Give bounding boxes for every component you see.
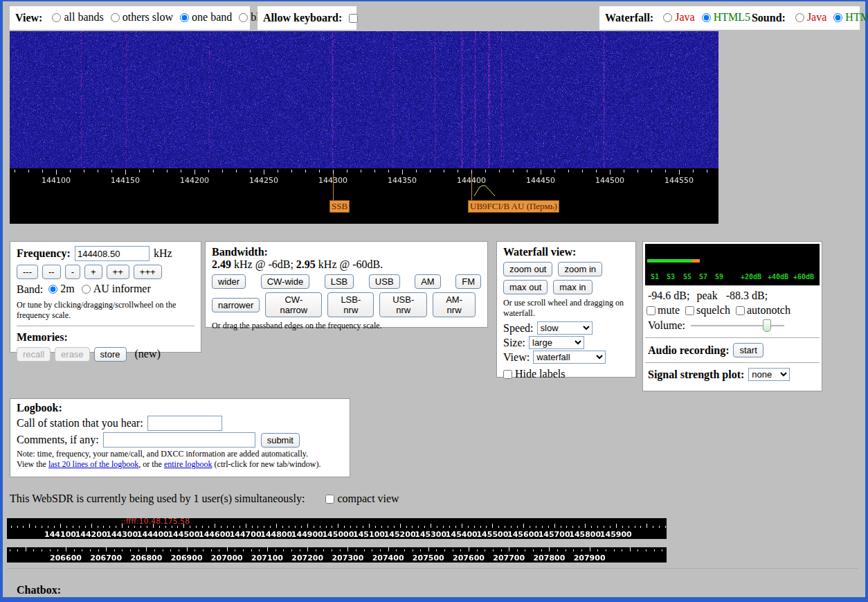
view-label: View: bbox=[15, 12, 42, 24]
s-meter-label-s1: S1 bbox=[651, 273, 659, 281]
waterfall-mode-option-html5[interactable]: HTML5 bbox=[696, 11, 750, 24]
view-mid-text: , or the bbox=[138, 459, 164, 469]
hide-labels-checkbox[interactable] bbox=[503, 370, 512, 379]
wider-button[interactable]: wider bbox=[212, 274, 246, 289]
sound-mode-radio-html5[interactable] bbox=[833, 13, 842, 22]
sound-mode-radio-group: JavaHTML5 bbox=[790, 11, 868, 25]
band-option-au-informer[interactable]: AU informer bbox=[76, 283, 151, 295]
s-meter-label-s5: S5 bbox=[683, 273, 691, 281]
-button[interactable]: + bbox=[84, 265, 102, 279]
zoom-in-button[interactable]: zoom in bbox=[558, 262, 602, 276]
view-select[interactable]: waterfall bbox=[533, 351, 606, 364]
marker-label-ssb[interactable]: SSB bbox=[329, 200, 350, 213]
-button[interactable]: --- bbox=[17, 265, 38, 279]
band-option-2m[interactable]: 2m bbox=[43, 283, 74, 295]
squelch-option[interactable]: squelch bbox=[685, 304, 730, 317]
view-radio-one-band[interactable] bbox=[180, 13, 189, 22]
marker-line-ub9fci-b-au bbox=[471, 174, 472, 200]
band-radio-au-informer[interactable] bbox=[82, 285, 91, 294]
window-frame-right bbox=[865, 0, 868, 602]
store-button[interactable]: store bbox=[94, 347, 127, 362]
max-out-button[interactable]: max out bbox=[503, 280, 548, 294]
audio-recording-start-button[interactable]: start bbox=[733, 343, 763, 357]
band-scale-2m[interactable] bbox=[7, 518, 667, 539]
memory-buttons: recallerasestore bbox=[17, 347, 131, 362]
waterfall-mode-option-text: HTML5 bbox=[714, 11, 750, 24]
frequency-input[interactable] bbox=[75, 246, 150, 261]
erase-button: erase bbox=[55, 347, 90, 362]
waterfall-mode-radio-java[interactable] bbox=[663, 13, 672, 22]
am-button[interactable]: AM bbox=[415, 274, 441, 289]
bandwidth-mid-text: kHz @ -6dB; bbox=[231, 258, 296, 270]
waterfall-mode-label: Waterfall: bbox=[605, 12, 653, 24]
view-option-all-bands[interactable]: all bands bbox=[46, 11, 103, 24]
s-meter-label-60db: +60dB bbox=[793, 273, 814, 281]
entire-logbook-link[interactable]: entire logbook bbox=[164, 459, 213, 469]
max-in-button[interactable]: max in bbox=[553, 280, 592, 294]
view-radio-all-bands[interactable] bbox=[52, 13, 61, 22]
call-input[interactable] bbox=[147, 416, 222, 431]
am-nrw-button[interactable]: AM-nrw bbox=[433, 292, 476, 317]
-button[interactable]: - bbox=[65, 265, 80, 279]
volume-slider[interactable] bbox=[691, 319, 784, 333]
compact-view-checkbox[interactable] bbox=[325, 495, 334, 504]
bandwidth-panel: Bandwidth: 2.49 kHz @ -6dB; 2.95 kHz @ -… bbox=[205, 241, 488, 328]
sound-mode-option-html5[interactable]: HTML5 bbox=[828, 11, 868, 24]
band-scale-2m-canvas[interactable] bbox=[7, 518, 667, 539]
mute-option[interactable]: mute bbox=[647, 304, 680, 317]
signal-plot-label: Signal strength plot: bbox=[648, 369, 744, 381]
view-suffix-text: (ctrl-click for new tab/window). bbox=[213, 459, 321, 469]
waterfall-canvas[interactable] bbox=[10, 31, 718, 168]
band-scale-au[interactable] bbox=[7, 547, 667, 563]
marker-label-ub9fci-b-au[interactable]: UB9FCI/B AU (Пермь) bbox=[468, 200, 559, 213]
view-prefix-text: View the bbox=[17, 459, 48, 469]
speed-select[interactable]: slow bbox=[537, 321, 593, 335]
mute-checkbox[interactable] bbox=[647, 306, 655, 315]
narrower-button[interactable]: narrower bbox=[212, 298, 260, 312]
frequency-scale-canvas[interactable] bbox=[10, 168, 718, 224]
frequency-scale[interactable]: SSBUB9FCI/B AU (Пермь) bbox=[10, 168, 718, 224]
marker-line-ssb bbox=[333, 174, 334, 200]
-button[interactable]: ++ bbox=[107, 265, 129, 279]
frequency-panel: Frequency: kHz ------++++++ Band: 2mAU i… bbox=[10, 241, 201, 353]
submit-button[interactable]: submit bbox=[261, 433, 300, 448]
usb-nrw-button[interactable]: USB-nrw bbox=[379, 292, 427, 317]
cw-wide-button[interactable]: CW-wide bbox=[261, 274, 310, 289]
divider bbox=[17, 326, 195, 326]
autonotch-option[interactable]: autonotch bbox=[736, 304, 790, 317]
-button[interactable]: +++ bbox=[134, 265, 162, 279]
waterfall-mode-option-java[interactable]: Java bbox=[658, 11, 694, 24]
logbook-label: Logbook: bbox=[17, 402, 339, 414]
waterfall-sound-bar: Waterfall: JavaHTML5 Sound: JavaHTML5 bbox=[599, 6, 860, 30]
last-20-lines-link[interactable]: last 20 lines of the logbook bbox=[48, 459, 138, 469]
lsb-nrw-button[interactable]: LSB-nrw bbox=[327, 292, 374, 317]
waterfall-mode-radio-html5[interactable] bbox=[702, 13, 711, 22]
sound-mode-radio-java[interactable] bbox=[795, 13, 804, 22]
logbook-note: Note: time, frequency, your name/call, a… bbox=[17, 449, 343, 459]
allow-keyboard-checkbox[interactable] bbox=[349, 14, 358, 23]
lsb-button[interactable]: LSB bbox=[325, 274, 354, 289]
wf-view-label: View: bbox=[503, 351, 530, 364]
comments-input[interactable] bbox=[103, 432, 255, 448]
-button[interactable]: -- bbox=[42, 265, 61, 279]
view-radio-others-slow[interactable] bbox=[111, 13, 120, 22]
band-scale-au-canvas[interactable] bbox=[7, 547, 667, 563]
view-option-one-band[interactable]: one band bbox=[174, 11, 232, 24]
window-frame-left bbox=[0, 0, 3, 602]
cw-narrow-button[interactable]: CW-narrow bbox=[265, 292, 322, 317]
audio-recording-label: Audio recording: bbox=[648, 344, 729, 357]
view-option-others-slow[interactable]: others slow bbox=[105, 11, 173, 24]
fm-button[interactable]: FM bbox=[455, 274, 481, 289]
squelch-checkbox[interactable] bbox=[685, 306, 694, 315]
size-select[interactable]: large bbox=[529, 336, 584, 349]
signal-plot-select[interactable]: none bbox=[748, 368, 790, 381]
memories-label: Memories: bbox=[17, 331, 190, 344]
autonotch-checkbox[interactable] bbox=[736, 306, 745, 315]
view-radio-blind[interactable] bbox=[239, 13, 248, 22]
zoom-out-button[interactable]: zoom out bbox=[503, 262, 552, 276]
squelch-label: squelch bbox=[696, 304, 730, 317]
sound-mode-option-java[interactable]: Java bbox=[790, 11, 826, 24]
usb-button[interactable]: USB bbox=[369, 274, 400, 289]
band-radio-2m[interactable] bbox=[48, 285, 57, 294]
bandwidth-6db-value: 2.49 bbox=[212, 258, 231, 270]
